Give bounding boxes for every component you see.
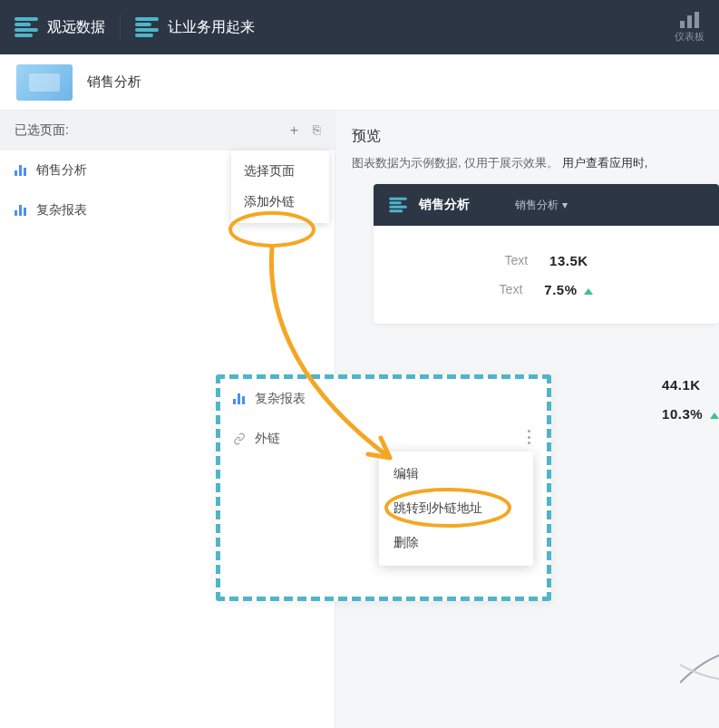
metric-value: 7.5% (544, 282, 577, 297)
logo-icon (135, 17, 159, 37)
bar-chart-icon (233, 393, 246, 404)
brand-block: 观远数据 (15, 17, 105, 37)
preview-card: 销售分析 销售分析 ▾ Text 13.5K Text 7.5% (374, 184, 719, 324)
metric-key: Text (504, 253, 528, 267)
ctx-goto-link[interactable]: 跳转到外链地址 (379, 491, 533, 526)
page-title: 销售分析 (87, 73, 141, 91)
slogan-block: 让业务用起来 (135, 17, 255, 37)
dashboard-nav[interactable]: 仪表板 (675, 12, 704, 44)
metric-value: 10.3% (662, 406, 703, 422)
ctx-edit[interactable]: 编辑 (379, 457, 533, 491)
dash-item-complex[interactable]: 复杂报表 (220, 379, 547, 419)
metric-row: Text 7.5% (374, 278, 719, 300)
export-button[interactable]: ⎘ (313, 122, 320, 139)
logo-icon (15, 17, 38, 37)
bar-chart-icon (15, 205, 27, 216)
metric-key: Text (500, 282, 523, 296)
page-thumbnail (16, 64, 73, 101)
add-page-button[interactable]: + (290, 122, 298, 139)
link-icon (233, 432, 246, 445)
preview-note-bold: 用户查看应用时, (562, 156, 648, 170)
dash-item-label: 外链 (255, 431, 280, 447)
sidebar-header-label: 已选页面: (15, 122, 69, 139)
dashboard-label: 仪表板 (675, 30, 704, 44)
menu-item-select-page[interactable]: 选择页面 (231, 156, 329, 187)
partial-card: 44.1K 10.3% (662, 374, 719, 424)
card-title: 销售分析 (419, 197, 470, 213)
metric-value: 13.5K (549, 253, 588, 268)
breadcrumb-row: 销售分析 (0, 54, 719, 111)
context-menu: 编辑 跳转到外链地址 删除 (379, 451, 533, 566)
metric-row: Text 13.5K (374, 249, 719, 271)
sparkline-background (680, 583, 719, 728)
top-bar: 观远数据 让业务用起来 仪表板 (0, 0, 719, 54)
more-actions-button[interactable] (521, 430, 536, 444)
annotation-box: 复杂报表 外链 编辑 跳转到外链地址 删除 (216, 374, 551, 601)
sidebar-item-label: 销售分析 (36, 162, 87, 179)
trend-up-icon (584, 288, 593, 295)
brand-name: 观远数据 (47, 18, 105, 37)
card-header: 销售分析 销售分析 ▾ (374, 184, 719, 226)
preview-note: 图表数据为示例数据, 仅用于展示效果。 用户查看应用时, (352, 155, 719, 171)
sidebar-header: 已选页面: + ⎘ (0, 111, 335, 150)
dash-item-label: 复杂报表 (255, 391, 306, 407)
menu-item-add-link[interactable]: 添加外链 (231, 187, 329, 218)
divider (120, 15, 121, 40)
chevron-down-icon: ▾ (562, 199, 568, 211)
card-dropdown[interactable]: 销售分析 ▾ (515, 198, 568, 213)
preview-note-text: 图表数据为示例数据, 仅用于展示效果。 (352, 156, 559, 170)
preview-title: 预览 (352, 127, 719, 146)
slogan-text: 让业务用起来 (168, 18, 255, 37)
trend-up-icon (710, 413, 719, 419)
add-page-menu: 选择页面 添加外链 (231, 150, 329, 223)
ctx-delete[interactable]: 删除 (379, 526, 533, 560)
logo-icon (389, 198, 407, 213)
sidebar-item-label: 复杂报表 (36, 202, 87, 218)
card-dropdown-label: 销售分析 (515, 198, 559, 213)
metric-value: 44.1K (662, 377, 701, 393)
dashboard-icon (680, 12, 699, 28)
bar-chart-icon (15, 165, 27, 176)
